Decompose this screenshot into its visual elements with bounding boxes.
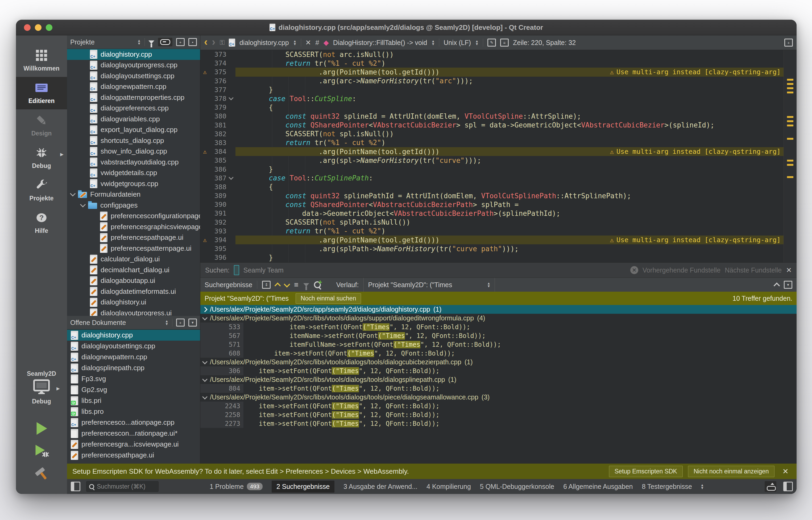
project-tree-item[interactable]: dialogpreferences.cpp: [67, 103, 200, 114]
open-file-selector[interactable]: dialoghistory.cpp: [240, 39, 289, 47]
mode-item-projekte[interactable]: Projekte: [16, 174, 67, 207]
open-document-item[interactable]: dialogsplinepath.cpp: [67, 362, 200, 373]
line-number[interactable]: 394: [209, 236, 226, 244]
project-tree-item[interactable]: Formulardateien: [67, 189, 200, 200]
project-tree-item[interactable]: dialogaboutapp.ui: [67, 276, 200, 286]
result-match-row[interactable]: 2258 item->setFont(QFont("Times", 12, QF…: [200, 410, 796, 419]
toggle-left-sidebar-icon[interactable]: [71, 482, 80, 491]
line-number[interactable]: 387: [209, 174, 226, 182]
results-filter-icon[interactable]: [303, 283, 309, 287]
run-button[interactable]: [33, 421, 50, 437]
project-tree-item[interactable]: calculator_dialog.ui: [67, 254, 200, 265]
split-editor-icon[interactable]: +: [784, 38, 793, 47]
filter-icon[interactable]: [148, 41, 154, 44]
result-match-row[interactable]: 533 item->setFont(QFont("Times", 12, QFo…: [200, 322, 796, 331]
chevron-down-icon[interactable]: [80, 202, 86, 207]
go-back-icon[interactable]: ‹: [204, 38, 208, 46]
project-tree-item[interactable]: preferencesconfigurationpage.ui: [67, 211, 200, 222]
maximize-panel-icon[interactable]: ▾: [784, 281, 792, 289]
expand-results-icon[interactable]: ⇕: [262, 281, 271, 289]
search-again-button[interactable]: Noch einmal suchen: [296, 293, 361, 304]
build-button[interactable]: [33, 465, 50, 482]
previous-match-icon[interactable]: [275, 282, 281, 289]
line-number[interactable]: 385: [209, 156, 226, 164]
line-number[interactable]: 378: [209, 95, 226, 102]
result-match-row[interactable]: 567 itemName->setFont(QFont("Times", 12,…: [200, 331, 796, 340]
mode-item-arrow-icon[interactable]: ▶: [60, 152, 63, 157]
line-number[interactable]: 379: [209, 104, 226, 111]
encoding-updown-icon[interactable]: ▲▼: [475, 40, 479, 46]
open-document-item[interactable]: preferencesco...ationpage.cpp: [67, 417, 200, 428]
project-tree-item[interactable]: dialogdatetimeformats.ui: [67, 286, 200, 297]
line-number[interactable]: 383: [209, 139, 226, 147]
chevron-down-icon[interactable]: [70, 191, 76, 197]
open-document-item[interactable]: Gp2.svg: [67, 384, 200, 395]
previous-result-button[interactable]: Vorhergehende Fundstelle: [643, 266, 721, 274]
hash-icon[interactable]: #: [315, 38, 319, 47]
result-match-row[interactable]: 2273 item->setFont(QFont("Times", 12, QF…: [200, 419, 796, 428]
project-tree-item[interactable]: decimalchart_dialog.ui: [67, 264, 200, 276]
result-file-row[interactable]: /Users/alex/Projekte/Seamly2D/src/app/se…: [200, 305, 796, 314]
result-file-row[interactable]: /Users/alex/Projekte/Seamly2D/src/libs/v…: [200, 358, 796, 366]
locator-field[interactable]: Suchmuster (⌘K): [86, 481, 159, 492]
editor-scroll-column[interactable]: [784, 50, 796, 262]
output-tab[interactable]: 6 Allgemeine Ausgaben: [563, 483, 633, 491]
result-match-row[interactable]: 2243 item->setFont(QFont("Times", 12, QF…: [200, 401, 796, 410]
line-number[interactable]: 389: [209, 192, 226, 200]
line-number[interactable]: 388: [209, 183, 226, 191]
project-tree-item[interactable]: dialoglayoutprogress.cpp: [67, 60, 200, 71]
line-number[interactable]: 396: [209, 254, 226, 261]
history-selector[interactable]: Projekt "Seamly2D": ("Times ▲▼: [363, 278, 495, 292]
line-number[interactable]: 390: [209, 201, 226, 208]
open-document-item[interactable]: libs.pri: [67, 395, 200, 406]
split-docs-icon[interactable]: +: [176, 318, 185, 327]
project-tree-item[interactable]: vwidgetgroups.cpp: [67, 178, 200, 189]
project-tree-item[interactable]: dialoglayoutsettings.cpp: [67, 71, 200, 81]
go-forward-icon[interactable]: ›: [212, 38, 215, 46]
setup-emscripten-button[interactable]: Setup Emscripten SDK: [609, 466, 683, 477]
line-number[interactable]: 381: [209, 121, 226, 129]
kit-selector[interactable]: ▶: [16, 379, 67, 396]
project-tree-item[interactable]: vwidgetdetails.cpp: [67, 168, 200, 179]
result-match-row[interactable]: 608 item->setFont(QFont("Times", 12, QFo…: [200, 349, 796, 358]
mode-item-hilfe[interactable]: ?Hilfe: [16, 207, 67, 239]
line-number[interactable]: 392: [209, 218, 226, 226]
line-number[interactable]: 386: [209, 165, 226, 173]
close-panel-icon[interactable]: ▪: [188, 38, 197, 46]
edit-settings-icon[interactable]: ✎: [487, 38, 496, 47]
symbol-selector[interactable]: DialogHistory::FillTable() -> void: [333, 39, 427, 47]
close-window-button[interactable]: [24, 24, 31, 31]
line-number[interactable]: 382: [209, 130, 226, 138]
panel-selector-updown-icon[interactable]: ▲▼: [137, 39, 141, 45]
output-tab[interactable]: 4 Kompilierung: [427, 483, 471, 491]
minimize-window-button[interactable]: [35, 24, 42, 31]
search-input[interactable]: Seamly Team: [243, 266, 283, 274]
line-number[interactable]: 373: [209, 51, 226, 58]
line-number[interactable]: 376: [209, 77, 226, 85]
chevron-right-icon[interactable]: [202, 307, 208, 312]
line-number[interactable]: 391: [209, 209, 226, 217]
line-number[interactable]: 377: [209, 86, 226, 94]
line-number[interactable]: 395: [209, 245, 226, 253]
output-tab[interactable]: 1 Probleme493: [210, 483, 263, 491]
result-file-row[interactable]: /Users/alex/Projekte/Seamly2D/src/libs/v…: [200, 314, 796, 322]
project-tree-item[interactable]: preferencespatternpage.ui: [67, 243, 200, 254]
mode-item-willkommen[interactable]: Willkommen: [16, 45, 67, 77]
open-document-item[interactable]: dialognewpattern.cpp: [67, 352, 200, 362]
mode-item-design[interactable]: Design: [16, 109, 67, 142]
pane-selector-updown-icon[interactable]: ▲▼: [701, 484, 704, 489]
toggle-right-sidebar-icon[interactable]: [783, 482, 793, 491]
line-column-indicator[interactable]: Zeile: 220, Spalte: 32: [513, 39, 576, 47]
sort-updown-icon[interactable]: ▲▼: [165, 320, 168, 326]
project-tree-item[interactable]: dialoghistory.ui: [67, 297, 200, 308]
mode-item-editieren[interactable]: Editieren: [16, 77, 67, 109]
close-banner-icon[interactable]: ✕: [780, 467, 791, 476]
result-match-row[interactable]: 306 item->setFont(QFont("Times", 12, QFo…: [200, 366, 796, 375]
open-document-item[interactable]: libs.pro: [67, 406, 200, 417]
chevron-down-icon[interactable]: [202, 376, 208, 382]
encoding-selector[interactable]: Unix (LF): [443, 39, 471, 47]
split-panel-icon[interactable]: +: [176, 38, 185, 46]
code-editor[interactable]: 373 SCASSERT(not arc.isNull())374 return…: [200, 50, 796, 262]
zoom-window-button[interactable]: [46, 24, 52, 31]
projects-panel-title[interactable]: Projekte: [70, 38, 134, 46]
